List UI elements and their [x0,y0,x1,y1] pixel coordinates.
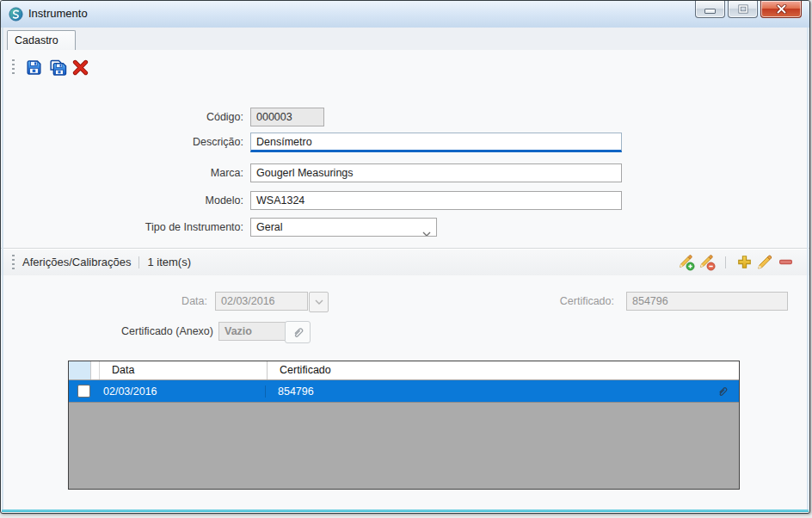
section-drag-handle[interactable] [12,255,15,270]
row-certificado-cell: 854796 [266,385,717,398]
data-label: Data: [87,292,207,311]
attach-file-button[interactable] [285,321,311,343]
calibrations-grid: Data Certificado 02/03/2016 854796 [68,361,740,490]
maximize-button[interactable] [728,1,758,18]
grid-column-certificado[interactable]: Certificado [268,361,739,379]
cancel-icon [72,59,89,76]
pencil-icon [756,254,773,271]
row-paperclip-icon [717,385,729,398]
tipo-instrumento-value: Geral [256,221,283,233]
data-field: 02/03/2016 [215,292,308,311]
tab-cadastro[interactable]: Cadastro [7,30,76,50]
save-and-new-button[interactable] [46,56,69,79]
content-area: Código: 000003 Descrição: Densímetro Mar… [1,50,809,509]
delete-row-button[interactable] [775,252,796,273]
window-instrumento: Instrumento [0,0,810,514]
window-left-edge [2,28,3,509]
chevron-down-icon [422,225,431,237]
close-icon [776,4,787,14]
marca-field[interactable]: Gougerl Measurings [250,163,622,182]
row-checkbox[interactable] [77,385,90,398]
grid-indicator-header [91,361,100,379]
grid-row-selected[interactable]: 02/03/2016 854796 [69,380,739,403]
modelo-label: Modelo: [52,191,243,210]
calibrations-section-title: Aferições/Calibrações [22,256,131,268]
save-and-new-icon [48,59,67,77]
marca-label: Marca: [52,163,243,182]
app-icon [9,7,23,22]
codigo-label: Código: [52,108,243,126]
tipo-instrumento-label: Tipo de Instrumento: [52,218,243,237]
add-row-button[interactable] [734,252,754,273]
certificado-field: 854796 [626,292,788,311]
icons-separator [725,256,726,268]
minimize-icon [704,9,716,14]
minimize-button[interactable] [695,1,725,18]
pencil-minus-icon [698,254,716,271]
modelo-field[interactable]: WSA1324 [250,191,622,210]
data-dropdown-button[interactable] [309,292,329,312]
plus-icon [736,254,753,270]
window-title: Instrumento [28,1,88,27]
edit-row-button[interactable] [754,252,775,273]
anexo-field: Vazio [218,322,287,341]
descricao-field[interactable]: Densímetro [250,133,622,152]
certificado-label: Certificado: [483,292,614,311]
tipo-instrumento-select[interactable]: Geral [250,218,437,237]
calibrations-section-bar: Aferições/Calibrações 1 item(s) [1,248,809,275]
pencil-plus-icon [678,254,695,271]
grid-selector-header [69,361,91,379]
row-data-cell: 02/03/2016 [98,385,266,398]
titlebar[interactable]: Instrumento [1,1,809,28]
main-toolbar [1,52,809,82]
paperclip-icon [292,326,304,339]
window-right-edge [807,28,809,509]
attach-remove-button[interactable] [697,252,717,273]
grid-column-data[interactable]: Data [100,361,268,379]
grid-header: Data Certificado [69,361,739,380]
descricao-label: Descrição: [52,133,243,151]
save-icon [25,59,43,77]
close-button[interactable] [760,1,802,18]
tabstrip: Cadastro [1,28,809,50]
attach-add-button[interactable] [676,252,697,273]
calibrations-item-count: 1 item(s) [147,256,191,268]
save-button[interactable] [22,56,46,79]
section-separator [138,256,139,268]
codigo-field: 000003 [250,108,324,126]
chevron-down-icon [315,299,323,305]
anexo-label: Certificado (Anexo) [52,322,213,341]
minus-icon [778,254,794,270]
maximize-icon [738,4,748,14]
window-bottom-edge [2,509,809,512]
toolbar-drag-handle[interactable] [12,59,15,75]
cancel-button[interactable] [69,56,92,79]
